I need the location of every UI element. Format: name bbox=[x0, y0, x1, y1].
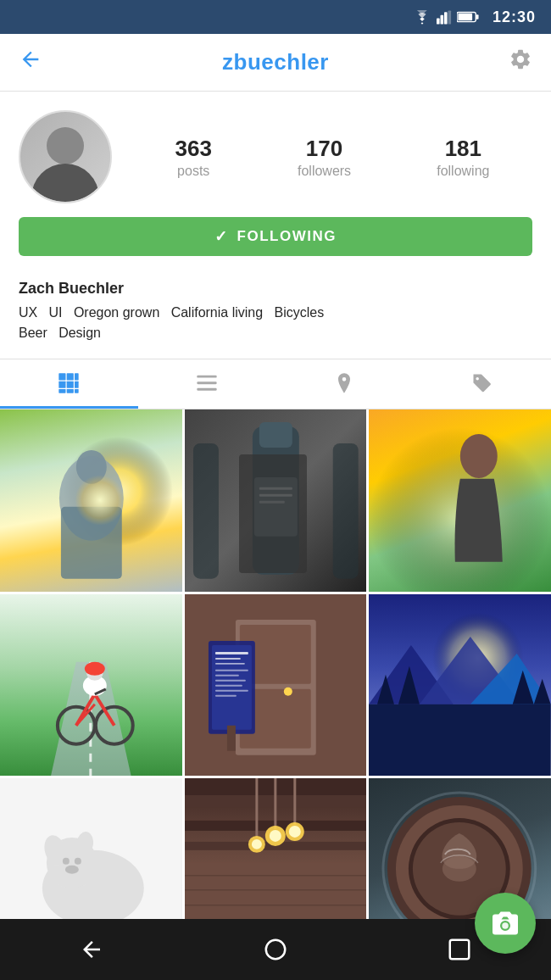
svg-rect-30 bbox=[259, 501, 285, 504]
status-icons bbox=[413, 10, 479, 25]
nav-home-icon bbox=[263, 937, 288, 962]
followers-count: 170 bbox=[298, 136, 351, 162]
photo-cell-5[interactable] bbox=[185, 594, 367, 777]
avatar bbox=[19, 110, 112, 203]
tab-grid[interactable] bbox=[0, 359, 138, 409]
back-button[interactable] bbox=[19, 47, 42, 77]
signal-icon bbox=[437, 10, 452, 25]
tab-location[interactable] bbox=[276, 359, 414, 409]
svg-rect-10 bbox=[59, 381, 66, 387]
photo-grid bbox=[0, 409, 551, 961]
svg-point-78 bbox=[65, 866, 79, 874]
nav-back-button[interactable] bbox=[66, 924, 117, 975]
time: 12:30 bbox=[493, 8, 536, 26]
svg-rect-55 bbox=[215, 670, 248, 671]
photo-cell-4[interactable] bbox=[0, 594, 182, 777]
followers-label: followers bbox=[298, 164, 351, 179]
svg-rect-5 bbox=[458, 14, 472, 20]
svg-rect-13 bbox=[59, 389, 66, 393]
posts-label: posts bbox=[175, 164, 212, 179]
tab-list[interactable] bbox=[138, 359, 276, 409]
photo-image-5 bbox=[185, 594, 367, 777]
svg-rect-12 bbox=[75, 381, 79, 387]
svg-rect-2 bbox=[444, 12, 448, 24]
svg-rect-52 bbox=[215, 652, 248, 654]
svg-rect-57 bbox=[215, 680, 246, 682]
svg-rect-58 bbox=[215, 685, 242, 687]
svg-rect-15 bbox=[75, 389, 79, 393]
grid-icon bbox=[57, 371, 81, 395]
list-icon bbox=[195, 371, 219, 395]
svg-rect-60 bbox=[215, 694, 237, 696]
svg-rect-8 bbox=[67, 373, 74, 380]
photo-grid-wrapper bbox=[0, 409, 551, 980]
photo-image-1 bbox=[0, 409, 182, 592]
photo-cell-1[interactable] bbox=[0, 409, 182, 592]
svg-rect-1 bbox=[440, 14, 443, 24]
stat-posts[interactable]: 363 posts bbox=[175, 136, 212, 179]
svg-point-103 bbox=[266, 940, 286, 960]
svg-rect-24 bbox=[61, 507, 122, 579]
photo-cell-3[interactable] bbox=[369, 409, 551, 592]
check-icon: ✓ bbox=[214, 227, 229, 246]
svg-point-77 bbox=[75, 858, 81, 865]
stats-row: 363 posts 170 followers 181 following bbox=[132, 136, 532, 179]
following-button[interactable]: ✓ FOLLOWING bbox=[19, 217, 532, 256]
svg-rect-17 bbox=[197, 381, 216, 384]
bio-text: UX UI Oregon grown California living Bic… bbox=[19, 303, 532, 343]
svg-rect-66 bbox=[369, 704, 551, 776]
stat-followers[interactable]: 170 followers bbox=[298, 136, 351, 179]
svg-rect-104 bbox=[449, 940, 469, 960]
nav-home-button[interactable] bbox=[250, 924, 301, 975]
posts-count: 363 bbox=[175, 136, 212, 162]
photo-cell-6[interactable] bbox=[369, 594, 551, 777]
bottom-nav bbox=[0, 919, 551, 980]
top-nav: zbuechler bbox=[0, 34, 551, 92]
svg-rect-0 bbox=[437, 18, 440, 24]
battery-icon bbox=[457, 11, 479, 23]
svg-rect-6 bbox=[476, 14, 479, 19]
profile-section: 363 posts 170 followers 181 following ✓ … bbox=[0, 92, 551, 280]
svg-rect-28 bbox=[259, 487, 292, 490]
svg-rect-27 bbox=[254, 477, 298, 537]
stat-following[interactable]: 181 following bbox=[437, 136, 489, 179]
svg-rect-25 bbox=[253, 426, 299, 575]
svg-point-91 bbox=[288, 826, 300, 838]
photo-cell-2[interactable] bbox=[185, 409, 367, 592]
profile-top: 363 posts 170 followers 181 following bbox=[19, 110, 532, 203]
photo-image-3 bbox=[369, 409, 551, 592]
nav-recents-icon bbox=[447, 937, 472, 962]
svg-point-23 bbox=[76, 450, 107, 484]
svg-rect-31 bbox=[193, 443, 219, 579]
full-name: Zach Buechler bbox=[19, 280, 532, 298]
svg-point-43 bbox=[85, 662, 105, 676]
camera-fab-button[interactable] bbox=[475, 893, 536, 954]
svg-rect-59 bbox=[215, 689, 248, 691]
tab-tagged[interactable] bbox=[414, 359, 552, 409]
svg-rect-11 bbox=[67, 381, 74, 387]
svg-rect-26 bbox=[259, 422, 292, 448]
bio-section: Zach Buechler UX UI Oregon grown Califor… bbox=[0, 280, 551, 359]
svg-rect-3 bbox=[448, 10, 451, 24]
camera-icon bbox=[490, 908, 520, 938]
svg-point-102 bbox=[502, 922, 509, 929]
svg-point-87 bbox=[270, 830, 281, 842]
svg-rect-18 bbox=[197, 387, 216, 390]
svg-rect-61 bbox=[227, 725, 236, 750]
svg-point-49 bbox=[283, 688, 292, 696]
svg-rect-32 bbox=[332, 443, 358, 579]
svg-rect-53 bbox=[215, 658, 241, 660]
profile-username: zbuechler bbox=[222, 49, 329, 75]
following-label: following bbox=[437, 164, 489, 179]
svg-point-34 bbox=[460, 434, 498, 478]
svg-point-20 bbox=[476, 377, 479, 381]
photo-image-6 bbox=[369, 594, 551, 777]
svg-rect-29 bbox=[259, 494, 292, 497]
person-tag-icon bbox=[470, 371, 494, 395]
wifi-icon bbox=[413, 10, 431, 25]
photo-image-2 bbox=[185, 409, 367, 592]
location-icon bbox=[332, 371, 356, 395]
svg-point-89 bbox=[252, 839, 262, 849]
settings-icon[interactable] bbox=[509, 47, 532, 77]
photo-image-4 bbox=[0, 594, 182, 777]
